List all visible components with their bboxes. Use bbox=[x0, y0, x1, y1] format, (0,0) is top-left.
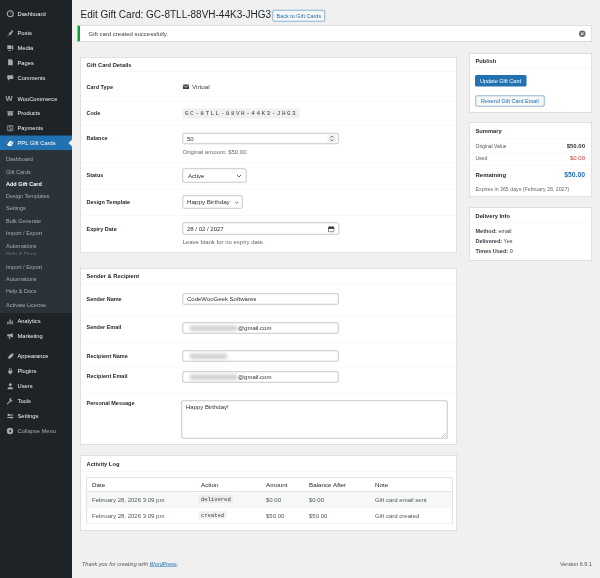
svg-text:$: $ bbox=[9, 126, 12, 131]
svg-text:W: W bbox=[5, 95, 13, 103]
